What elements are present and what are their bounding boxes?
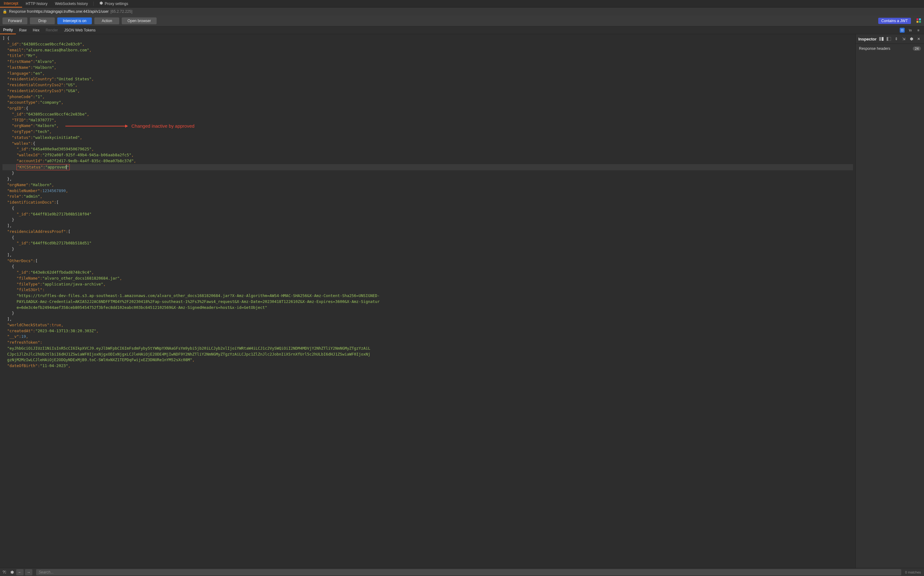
jwt-badge[interactable]: Contains a JWT [878, 18, 911, 24]
inspector-title: Inspector [858, 37, 877, 42]
info-prefix: Response from [9, 10, 34, 14]
intercept-toggle-button[interactable]: Intercept is on [57, 18, 92, 24]
settings-small-icon[interactable] [9, 569, 15, 575]
view-tabs: Pretty Raw Hex Render JSON Web Tokens \n… [0, 26, 924, 34]
search-input[interactable] [36, 569, 901, 575]
request-info-bar: 🔒 Response from https://stagingapi.truff… [0, 8, 924, 16]
action-button[interactable]: Action [94, 18, 119, 24]
view-tab-jwt[interactable]: JSON Web Tokens [61, 26, 99, 34]
close-icon[interactable]: ✕ [916, 36, 921, 42]
hamburger-icon[interactable]: ≡ [916, 28, 921, 33]
toggle-layout-icon[interactable] [900, 28, 905, 33]
proxy-settings-link[interactable]: Proxy settings [96, 1, 131, 6]
tab-ws-history[interactable]: WebSockets history [51, 0, 92, 7]
action-bar: Forward Drop Intercept is on Action Open… [0, 16, 924, 26]
view-tab-render[interactable]: Render [43, 26, 61, 34]
view-tab-hex[interactable]: Hex [30, 26, 42, 34]
svg-rect-7 [879, 37, 881, 41]
svg-rect-3 [919, 21, 921, 23]
proxy-settings-label: Proxy settings [105, 2, 128, 6]
response-headers-count: 24 [913, 46, 921, 51]
extension-color-icon[interactable] [916, 18, 921, 24]
collapse-icon[interactable]: ⇲ [901, 36, 906, 42]
open-browser-button[interactable]: Open browser [122, 18, 156, 24]
inspector-row-response-headers[interactable]: Response headers 24 [856, 44, 924, 53]
panel-icon[interactable] [886, 36, 892, 42]
top-tabs: Intercept HTTP history WebSockets histor… [0, 0, 924, 8]
help-icon[interactable]: ?⃝ [1, 569, 8, 575]
forward-button[interactable]: Forward [3, 18, 27, 24]
svg-rect-8 [882, 37, 884, 41]
info-url: https://stagingapi.truffles.one:443/api/… [34, 10, 109, 14]
inspector-row-label: Response headers [859, 46, 890, 51]
bottom-search-bar: ?⃝ ← → 0 matches [0, 568, 924, 576]
gear-icon [99, 1, 103, 6]
newline-icon[interactable]: \n [908, 28, 913, 33]
inspector-panel: Inspector ⇕ ⇲ ✕ Response headers 24 [855, 34, 924, 568]
search-matches-label: 0 matches [905, 570, 921, 574]
svg-rect-4 [901, 29, 903, 32]
columns-icon[interactable] [879, 36, 884, 42]
svg-rect-10 [887, 37, 888, 41]
drop-button[interactable]: Drop [30, 18, 55, 24]
svg-rect-0 [916, 18, 918, 20]
separator [93, 2, 94, 6]
view-tab-pretty[interactable]: Pretty [0, 26, 16, 34]
lock-icon: 🔒 [3, 10, 7, 14]
info-ip: [65.2.72.225] [110, 10, 132, 14]
view-tab-raw[interactable]: Raw [16, 26, 30, 34]
search-next-button[interactable]: → [25, 569, 32, 575]
expand-vertical-icon[interactable]: ⇕ [894, 36, 899, 42]
response-body-editor[interactable]: ] { "_id":"643805cccae9bccf4c2e83c0", "e… [0, 34, 855, 568]
settings-gear-icon[interactable] [908, 36, 914, 42]
svg-rect-1 [919, 18, 921, 20]
search-prev-button[interactable]: ← [16, 569, 24, 575]
tab-intercept[interactable]: Intercept [0, 0, 22, 8]
tab-http-history[interactable]: HTTP history [22, 0, 51, 7]
svg-rect-2 [916, 21, 918, 23]
